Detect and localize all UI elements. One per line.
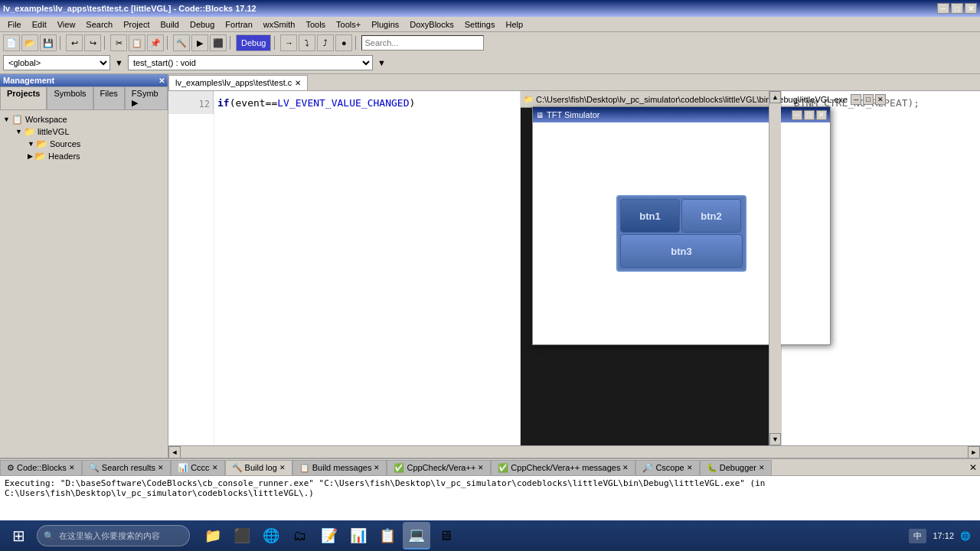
tab-projects[interactable]: Projects [0, 86, 47, 109]
log-tab-debugger[interactable]: 🐛 Debugger ✕ [700, 460, 772, 475]
run-button[interactable]: ▶ [191, 34, 208, 51]
menu-settings[interactable]: Settings [460, 18, 500, 31]
menu-search[interactable]: Search [81, 18, 117, 31]
tft-close-button[interactable]: ✕ [816, 110, 827, 120]
redo-button[interactable]: ↪ [84, 34, 101, 51]
menu-tools-plus[interactable]: Tools+ [332, 18, 365, 31]
taskbar-app-edge[interactable]: 🌐 [257, 522, 285, 549]
vertical-scrollbar[interactable]: ▲ ▼ [769, 91, 781, 445]
tab-symbols[interactable]: Symbols [47, 86, 93, 109]
stop-button[interactable]: ⬛ [210, 34, 227, 51]
tab-files[interactable]: Files [93, 86, 125, 109]
tab-fsymb[interactable]: FSymb ▶ [125, 86, 168, 109]
code-editor-area[interactable]: if(event==LV_EVENT_VALUE_CHANGED) [214, 91, 521, 445]
menu-view[interactable]: View [53, 18, 80, 31]
function-dropdown[interactable]: test_start() : void [128, 55, 373, 70]
save-button[interactable]: 💾 [40, 34, 57, 51]
log-tab-search[interactable]: 🔍 Search results ✕ [82, 460, 171, 475]
menu-wxsmith[interactable]: wxSmith [259, 18, 300, 31]
log-tab-cb-close[interactable]: ✕ [69, 464, 75, 471]
panel-close-button[interactable]: ✕ [158, 77, 165, 85]
step-button[interactable]: → [280, 34, 297, 51]
tree-littlevgl[interactable]: ▼ 📁 littleVGL [15, 126, 165, 138]
log-tab-debugger-close[interactable]: ✕ [759, 464, 765, 471]
new-button[interactable]: 📄 [3, 34, 20, 51]
taskbar-app-codeblocks[interactable]: 💻 [403, 522, 430, 549]
log-tab-cscope[interactable]: 🔎 Cscope ✕ [635, 460, 699, 475]
log-tab-cppcheck-msg[interactable]: ✅ CppCheck/Vera++ messages ✕ [491, 460, 635, 475]
log-tab-cppcheck-close[interactable]: ✕ [478, 464, 484, 471]
log-tab-cscope-close[interactable]: ✕ [687, 464, 693, 471]
taskbar-app-explorer[interactable]: 📁 [199, 522, 227, 549]
menu-debug[interactable]: Debug [185, 18, 219, 31]
minimize-button[interactable]: ─ [937, 3, 949, 14]
scroll-right-button[interactable]: ► [968, 446, 980, 458]
taskbar-app-terminal[interactable]: ⬛ [228, 522, 256, 549]
build-button[interactable]: 🔨 [173, 34, 190, 51]
start-button[interactable]: ⊞ [3, 522, 34, 549]
maximize-button[interactable]: □ [951, 3, 963, 14]
menu-plugins[interactable]: Plugins [367, 18, 403, 31]
taskbar-apps: 📁 ⬛ 🌐 🗂 📝 📊 📋 💻 🖥 [199, 522, 459, 549]
sim-minimize-button[interactable]: ─ [851, 94, 861, 105]
close-button[interactable]: ✕ [965, 3, 977, 14]
code-keyword-if: if [217, 97, 230, 109]
menu-project[interactable]: Project [119, 18, 154, 31]
workspace-icon: 📋 [11, 114, 23, 125]
horizontal-scrollbar[interactable]: ◄ ► [168, 445, 980, 458]
menu-fortran[interactable]: Fortran [220, 18, 256, 31]
menu-tools[interactable]: Tools [301, 18, 330, 31]
log-tab-cppcheck-msg-close[interactable]: ✕ [622, 464, 629, 471]
log-text: Executing: "D:\baseSoftware\CodeBlocks\c… [5, 478, 975, 498]
cut-button[interactable]: ✂ [110, 34, 127, 51]
menu-help[interactable]: Help [501, 18, 528, 31]
paste-button[interactable]: 📌 [147, 34, 164, 51]
menu-edit[interactable]: Edit [28, 18, 51, 31]
taskbar-app-files[interactable]: 🗂 [286, 522, 314, 549]
menu-file[interactable]: File [3, 18, 26, 31]
open-button[interactable]: 📂 [21, 34, 38, 51]
taskbar-search[interactable]: 🔍 在这里输入你要搜索的内容 [37, 525, 190, 546]
taskbar-app-word[interactable]: 📝 [315, 522, 343, 549]
log-tab-search-close[interactable]: ✕ [158, 464, 164, 471]
taskbar-app-ppt[interactable]: 📊 [345, 522, 372, 549]
tree-headers[interactable]: ▶ 📂 Headers [28, 150, 165, 162]
editor-tab-close-icon[interactable]: ✕ [295, 79, 301, 87]
debug-run-button[interactable]: Debug [236, 34, 271, 51]
taskbar-app-excel[interactable]: 📋 [374, 522, 401, 549]
scroll-up-button[interactable]: ▲ [769, 91, 781, 103]
sim-btn3[interactable]: btn3 [620, 234, 743, 268]
undo-button[interactable]: ↩ [66, 34, 83, 51]
log-tab-buildlog[interactable]: 🔨 Build log ✕ [225, 460, 292, 475]
menu-build[interactable]: Build [155, 18, 183, 31]
scope-dropdown[interactable]: <global> [3, 55, 110, 70]
sim-btn1[interactable]: btn1 [620, 199, 680, 233]
editor-tab-active[interactable]: lv_examples\lv_apps\test\test.c ✕ [168, 75, 308, 90]
copy-button[interactable]: 📋 [129, 34, 145, 51]
step-out-button[interactable]: ⤴ [317, 34, 334, 51]
tft-maximize-button[interactable]: □ [804, 110, 815, 120]
tree-sources[interactable]: ▼ 📂 Sources [28, 138, 165, 150]
log-tab-cppcheck[interactable]: ✅ CppCheck/Vera++ ✕ [387, 460, 491, 475]
tree-workspace[interactable]: ▼ 📋 Workspace [3, 113, 165, 126]
log-tab-codeblocks[interactable]: ⚙ Code::Blocks ✕ [0, 460, 82, 475]
log-tab-buildmsg-close[interactable]: ✕ [374, 464, 380, 471]
log-tab-buildlog-close[interactable]: ✕ [279, 464, 286, 471]
tft-minimize-button[interactable]: ─ [792, 110, 802, 120]
breakpoint-button[interactable]: ● [335, 34, 352, 51]
log-tab-cccc-close[interactable]: ✕ [212, 464, 218, 471]
sim-btn2[interactable]: btn2 [681, 199, 741, 233]
log-tab-buildmsg[interactable]: 📋 Build messages ✕ [292, 460, 387, 475]
log-tab-cccc[interactable]: 📊 Cccc ✕ [171, 460, 224, 475]
sim-restore-button[interactable]: □ [863, 94, 874, 105]
scroll-left-button[interactable]: ◄ [168, 446, 181, 458]
windows-logo-icon: ⊞ [12, 527, 25, 545]
logs-panel-close-button[interactable]: ✕ [969, 462, 977, 473]
menu-doxyblocks[interactable]: DoxyBlocks [405, 18, 458, 31]
search-input[interactable] [361, 35, 484, 51]
scroll-down-button[interactable]: ▼ [769, 433, 781, 445]
step-over-button[interactable]: ⤵ [299, 34, 315, 51]
taskbar-app-debug[interactable]: 🖥 [432, 522, 459, 549]
log-tab-cb-icon: ⚙ [7, 463, 15, 473]
sim-close-button[interactable]: ✕ [875, 94, 886, 105]
